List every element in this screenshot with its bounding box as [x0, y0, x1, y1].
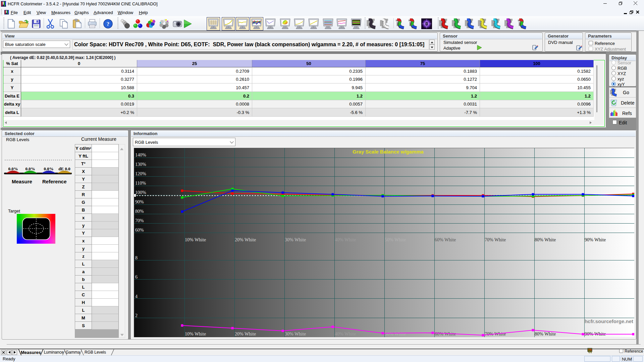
svg-text:120%: 120% — [135, 171, 146, 176]
svg-text:2: 2 — [135, 313, 138, 318]
svg-text:80%: 80% — [135, 209, 144, 214]
svg-text:60% White: 60% White — [435, 237, 456, 242]
svg-text:60%: 60% — [135, 228, 144, 233]
svg-text:50% White: 50% White — [385, 237, 406, 242]
svg-text:130%: 130% — [135, 162, 146, 167]
svg-text:4: 4 — [135, 294, 138, 299]
svg-text:Gray Scale Balance w/gamma: Gray Scale Balance w/gamma — [353, 149, 424, 155]
svg-text:80% White: 80% White — [535, 237, 556, 242]
svg-text:50% White: 50% White — [385, 331, 406, 337]
svg-text:hcfr.sourceforge.net: hcfr.sourceforge.net — [585, 318, 633, 324]
svg-text:140%: 140% — [135, 153, 146, 158]
svg-text:110%: 110% — [135, 181, 146, 186]
svg-text:30% White: 30% White — [285, 331, 306, 337]
svg-text:10% White: 10% White — [185, 331, 206, 337]
svg-text:70% White: 70% White — [485, 237, 506, 242]
svg-text:100%: 100% — [135, 190, 146, 195]
svg-text:40% White: 40% White — [335, 331, 356, 337]
svg-text:90% White: 90% White — [585, 237, 606, 242]
svg-text:70%: 70% — [135, 218, 144, 223]
svg-text:30% White: 30% White — [285, 237, 306, 242]
svg-text:90%: 90% — [135, 199, 144, 204]
svg-text:20% White: 20% White — [235, 237, 256, 242]
svg-text:6: 6 — [135, 275, 138, 280]
svg-text:8: 8 — [135, 255, 138, 260]
svg-text:20% White: 20% White — [235, 331, 256, 337]
svg-text:?: ? — [107, 21, 110, 27]
svg-text:40% White: 40% White — [335, 237, 356, 242]
svg-text:10% White: 10% White — [185, 237, 206, 242]
svg-text:80% White: 80% White — [535, 331, 556, 337]
